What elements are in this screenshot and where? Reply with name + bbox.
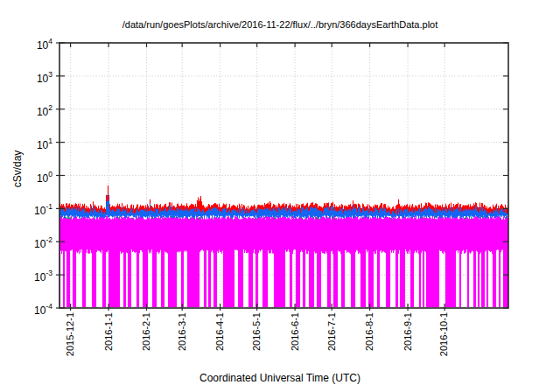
series-magenta-path <box>60 216 508 307</box>
x-tick-label: 2015-12-1 <box>65 312 76 356</box>
x-tick-label: 2016-4-1 <box>214 312 226 351</box>
y-tick-label: 103 <box>0 69 52 85</box>
x-tick-label: 2016-9-1 <box>402 312 414 351</box>
plot-canvas <box>0 0 560 392</box>
y-tick-label: 10-3 <box>0 268 52 284</box>
x-tick-label: 2016-7-1 <box>326 312 338 351</box>
x-tick-label: 2016-2-1 <box>141 312 152 351</box>
y-tick-label: 104 <box>0 36 52 52</box>
y-tick-label: 10-2 <box>0 234 52 250</box>
x-tick-label: 2016-1-1 <box>103 312 115 351</box>
y-tick-label: 102 <box>0 102 52 118</box>
y-tick-label: 101 <box>0 136 52 151</box>
x-tick-label: 2016-10-1 <box>439 312 451 356</box>
x-tick-label: 2016-6-1 <box>290 312 301 351</box>
y-tick-label: 100 <box>0 169 52 185</box>
x-tick-label: 2016-8-1 <box>364 312 375 351</box>
x-tick-label: 2016-5-1 <box>251 312 262 351</box>
y-tick-label: 10-4 <box>0 301 52 317</box>
plot-window: /data/run/goesPlots/archive/2016-11-22/f… <box>0 0 560 392</box>
y-tick-label: 10-1 <box>0 201 52 217</box>
x-axis-title: Coordinated Universal Time (UTC) <box>0 372 560 384</box>
x-tick-label: 2016-3-1 <box>177 312 188 351</box>
